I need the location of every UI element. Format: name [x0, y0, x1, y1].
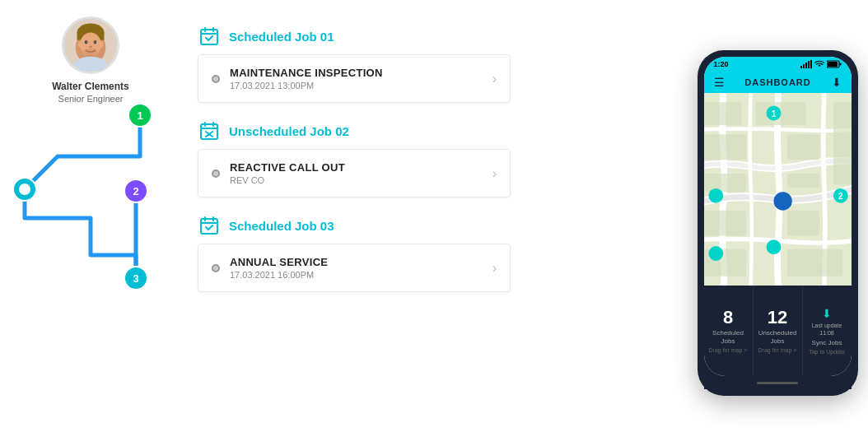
route-timeline: 1 2 3: [8, 91, 173, 370]
last-update: Last update 11:08: [806, 322, 848, 337]
svg-rect-39: [704, 211, 745, 236]
svg-text:3: 3: [133, 272, 138, 285]
phone-status-bar: 1:20: [704, 57, 852, 72]
phone-screen: 1:20: [704, 57, 852, 376]
phone-nav-bar: ☰ DASHBOARD ⬇: [704, 72, 852, 93]
job-section-3: Scheduled Job 03 ANNUAL SERVICE 17.03.20…: [198, 214, 511, 292]
scheduled-label: Scheduled Jobs: [707, 329, 749, 346]
svg-rect-30: [828, 62, 838, 67]
job-section-1: Scheduled Job 01 MAINTENANCE INSPECTION …: [198, 25, 511, 103]
main-container: Walter Clements Senior Engineer: [0, 0, 868, 446]
scheduled-count: 8: [723, 309, 733, 327]
svg-text:1: 1: [771, 109, 776, 118]
scheduled-drag: Drag for map >: [709, 347, 748, 353]
wifi-icon: [814, 60, 824, 68]
job-dot-3: [212, 264, 220, 272]
phone-map: 1 2: [704, 93, 852, 286]
scheduled-icon-1: [198, 25, 221, 48]
svg-rect-40: [787, 211, 819, 236]
phone-time: 1:20: [714, 60, 729, 68]
svg-rect-35: [787, 134, 819, 160]
svg-point-46: [708, 188, 723, 203]
svg-rect-33: [704, 102, 741, 125]
svg-rect-38: [787, 174, 819, 188]
svg-point-47: [773, 192, 791, 210]
svg-point-50: [708, 246, 723, 261]
phone-stat-sync[interactable]: ⬇ Last update 11:08 Sync Jobs Tap to Upd…: [803, 286, 852, 376]
svg-rect-26: [805, 63, 807, 68]
menu-icon[interactable]: ☰: [714, 76, 725, 89]
svg-point-6: [94, 40, 97, 44]
svg-point-14: [19, 184, 30, 195]
svg-point-9: [99, 41, 103, 47]
job-dot-2: [212, 170, 220, 178]
left-panel: Walter Clements Senior Engineer: [0, 0, 181, 446]
tap-update: Tap to Update: [809, 349, 845, 355]
phone-nav-title: DASHBOARD: [744, 77, 811, 87]
svg-rect-31: [839, 63, 841, 66]
svg-rect-36: [704, 134, 745, 160]
svg-point-5: [85, 40, 88, 44]
map-svg: 1 2: [704, 93, 852, 286]
job-title-1: MAINTENANCE INSPECTION: [230, 67, 383, 79]
svg-text:2: 2: [133, 185, 138, 197]
svg-point-11: [74, 57, 107, 74]
scheduled-icon-3: [198, 214, 221, 237]
svg-text:2: 2: [838, 192, 843, 201]
svg-text:1: 1: [137, 109, 142, 122]
svg-rect-25: [803, 64, 805, 68]
svg-point-12: [83, 49, 98, 56]
chevron-icon-3: ›: [492, 261, 497, 276]
job-card-2[interactable]: REACTIVE CALL OUT REV CO ›: [198, 149, 511, 197]
signal-icon: [800, 60, 812, 68]
svg-point-8: [77, 41, 82, 47]
status-icons: [800, 60, 842, 68]
job-dot-1: [212, 75, 220, 83]
job-subtitle-2: REV CO: [230, 175, 345, 185]
job-header-3: Scheduled Job 03: [198, 214, 511, 237]
job-title-3: ANNUAL SERVICE: [230, 256, 328, 268]
job-subtitle-1: 17.03.2021 13:00PM: [230, 81, 383, 91]
chevron-icon-2: ›: [492, 166, 497, 181]
job-header-title-3: Scheduled Job 03: [229, 219, 334, 233]
svg-point-7: [89, 45, 92, 48]
sync-container: ⬇ Last update 11:08 Sync Jobs Tap to Upd…: [806, 307, 848, 355]
job-header-title-2: Unscheduled Job 02: [229, 124, 349, 138]
avatar: [62, 16, 119, 74]
phone-mockup: 1:20: [698, 50, 858, 396]
job-header-1: Scheduled Job 01: [198, 25, 511, 48]
phone-stat-scheduled[interactable]: 8 Scheduled Jobs Drag for map >: [704, 286, 754, 376]
download-icon[interactable]: ⬇: [832, 76, 842, 89]
middle-panel: Scheduled Job 01 MAINTENANCE INSPECTION …: [181, 0, 527, 446]
svg-rect-24: [800, 66, 802, 68]
unscheduled-label: Unscheduled Jobs: [757, 329, 799, 346]
job-section-2: Unscheduled Job 02 REACTIVE CALL OUT REV…: [198, 119, 511, 197]
svg-rect-37: [704, 174, 745, 192]
chevron-icon-1: ›: [492, 72, 497, 86]
job-card-1[interactable]: MAINTENANCE INSPECTION 17.03.2021 13:00P…: [198, 54, 511, 103]
job-card-3[interactable]: ANNUAL SERVICE 17.03.2021 16:00PM ›: [198, 244, 511, 292]
phone-home-indicator: [704, 376, 852, 389]
sync-label: Sync Jobs: [812, 339, 842, 347]
job-header-title-1: Scheduled Job 01: [229, 30, 334, 44]
phone-bottom-bar: 8 Scheduled Jobs Drag for map > 12 Unsch…: [704, 286, 852, 376]
job-header-2: Unscheduled Job 02: [198, 119, 511, 142]
unscheduled-icon-2: [198, 119, 221, 142]
timeline-area: 1 2 3: [8, 91, 173, 370]
job-subtitle-3: 17.03.2021 16:00PM: [230, 270, 328, 280]
phone-stat-unscheduled[interactable]: 12 Unscheduled Jobs Drag for map >: [754, 286, 803, 376]
unscheduled-count: 12: [768, 309, 787, 327]
svg-rect-21: [201, 30, 217, 44]
svg-rect-27: [808, 61, 810, 68]
svg-rect-42: [787, 249, 842, 276]
svg-rect-22: [201, 124, 217, 139]
job-title-2: REACTIVE CALL OUT: [230, 161, 345, 174]
svg-rect-23: [201, 219, 217, 234]
right-panel: 1:20: [687, 0, 868, 446]
svg-rect-43: [833, 102, 851, 184]
battery-icon: [827, 60, 842, 68]
sync-icon: ⬇: [822, 307, 832, 320]
unscheduled-drag: Drag for map >: [758, 347, 797, 353]
svg-point-51: [766, 239, 781, 254]
home-bar: [757, 382, 798, 384]
